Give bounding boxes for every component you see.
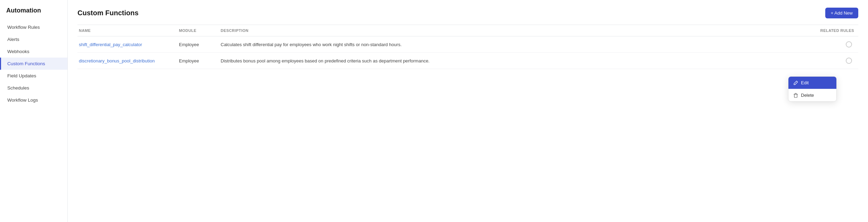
page-title: Custom Functions [77, 9, 139, 17]
related-rules-radio[interactable] [846, 41, 852, 48]
edit-icon [793, 80, 798, 85]
table-row: shift_differential_pay_calculatorEmploye… [77, 36, 858, 53]
delete-icon [793, 93, 798, 98]
table-body: shift_differential_pay_calculatorEmploye… [77, 36, 858, 69]
main-header: Custom Functions + Add New [68, 0, 868, 25]
function-related-rules [813, 53, 858, 69]
sidebar-title: Automation [0, 7, 67, 21]
sidebar-item-workflow-logs[interactable]: Workflow Logs [0, 94, 67, 106]
main-content: Custom Functions + Add New NAME MODULE D… [68, 0, 868, 222]
col-header-name: NAME [77, 25, 175, 36]
function-name-link[interactable]: shift_differential_pay_calculator [79, 42, 142, 47]
function-description: Distributes bonus pool among employees b… [216, 53, 813, 69]
sidebar-item-webhooks[interactable]: Webhooks [0, 45, 67, 58]
context-menu: Edit Delete [788, 76, 837, 102]
context-menu-edit[interactable]: Edit [788, 77, 836, 89]
custom-functions-table: NAME MODULE DESCRIPTION RELATED RULES sh… [77, 25, 858, 69]
function-module: Employee [175, 36, 216, 53]
table-header: NAME MODULE DESCRIPTION RELATED RULES [77, 25, 858, 36]
function-module: Employee [175, 53, 216, 69]
function-related-rules [813, 36, 858, 53]
related-rules-radio[interactable] [846, 58, 852, 64]
sidebar-item-alerts[interactable]: Alerts [0, 33, 67, 45]
function-description: Calculates shift differential pay for em… [216, 36, 813, 53]
function-name-link[interactable]: discretionary_bonus_pool_distribution [79, 58, 155, 63]
col-header-module: MODULE [175, 25, 216, 36]
context-menu-delete[interactable]: Delete [788, 89, 836, 101]
col-header-related-rules: RELATED RULES [813, 25, 858, 36]
table-container: NAME MODULE DESCRIPTION RELATED RULES sh… [68, 25, 868, 69]
edit-label: Edit [801, 80, 809, 85]
col-header-description: DESCRIPTION [216, 25, 813, 36]
table-row: discretionary_bonus_pool_distributionEmp… [77, 53, 858, 69]
delete-label: Delete [801, 93, 814, 98]
sidebar: Automation Workflow RulesAlertsWebhooksC… [0, 0, 68, 222]
sidebar-item-workflow-rules[interactable]: Workflow Rules [0, 21, 67, 33]
sidebar-item-custom-functions[interactable]: Custom Functions [0, 58, 67, 70]
sidebar-item-schedules[interactable]: Schedules [0, 82, 67, 94]
sidebar-item-field-updates[interactable]: Field Updates [0, 70, 67, 82]
add-new-button[interactable]: + Add New [825, 8, 858, 18]
